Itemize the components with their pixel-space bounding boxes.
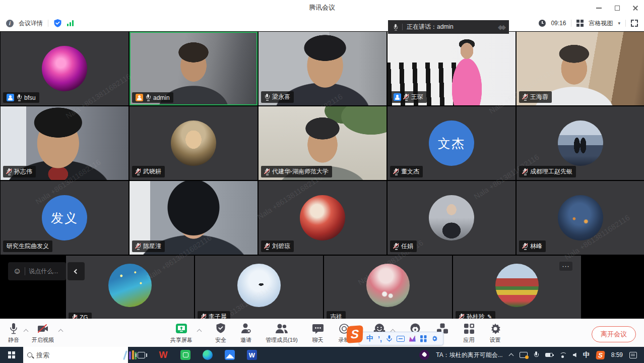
muted-mic-icon: [72, 314, 77, 319]
participant-name: 林峰: [530, 242, 542, 251]
info-icon[interactable]: i: [6, 20, 14, 27]
rename-pencil-icon[interactable]: ✎: [487, 314, 492, 319]
muted-mic-icon: [394, 243, 399, 250]
participant-tile[interactable]: 任娟: [388, 181, 516, 255]
maximize-icon[interactable]: [614, 4, 621, 11]
news-app-icon[interactable]: [419, 350, 429, 360]
share-options-caret[interactable]: [197, 329, 202, 334]
participant-tile[interactable]: 王海蓉: [517, 32, 644, 105]
wps-app-icon[interactable]: W: [157, 349, 169, 361]
chevron-left-icon: [74, 269, 79, 274]
tencent-meeting-window: 腾讯会议 i 会议详情 09:16 宫格视图 ▾: [0, 0, 644, 363]
ime-punctuation-toggle[interactable]: ’,: [378, 335, 382, 343]
sogou-tray-icon[interactable]: S: [596, 351, 605, 359]
video-options-caret[interactable]: [58, 329, 63, 334]
avatar: [366, 264, 410, 307]
participant-tile[interactable]: 文杰 董文杰: [388, 106, 516, 180]
sogou-ime-logo[interactable]: S: [346, 325, 363, 343]
participant-tile[interactable]: 王琛: [388, 32, 516, 105]
participant-label: bfsu: [3, 92, 39, 103]
mute-button[interactable]: 静音: [8, 323, 19, 344]
input-language-indicator[interactable]: 中: [583, 350, 590, 359]
quick-chat-bar: ☺: [8, 262, 85, 280]
taskbar-clock[interactable]: 8:59: [611, 351, 623, 358]
blue-app-icon[interactable]: [224, 349, 236, 361]
screen-share-tray-icon[interactable]: [520, 352, 528, 358]
network-signal-icon[interactable]: [67, 20, 74, 26]
apps-button[interactable]: 应用: [463, 323, 475, 344]
green-app-icon[interactable]: [179, 349, 191, 361]
speaking-text: 正在讲话：admin: [407, 23, 454, 31]
fullscreen-icon[interactable]: [631, 20, 638, 27]
participant-label: 王海蓉: [519, 91, 552, 103]
participant-tile[interactable]: 成都理工赵先银: [517, 106, 644, 180]
taskbar-search[interactable]: [23, 347, 128, 363]
microphone-tray-icon[interactable]: [534, 351, 539, 358]
leave-meeting-button[interactable]: 离开会议: [592, 326, 636, 342]
share-screen-button[interactable]: 共享屏幕: [170, 323, 192, 344]
close-icon[interactable]: [632, 4, 639, 11]
participant-label: 孙桂玲 ✎: [456, 311, 495, 319]
participant-tile[interactable]: admin: [130, 32, 257, 105]
start-video-button[interactable]: 开启视频: [32, 323, 54, 344]
participant-tile[interactable]: 林峰: [517, 181, 644, 255]
participant-label: admin: [132, 92, 173, 103]
chat-button[interactable]: 聊天: [312, 323, 324, 344]
participant-label: 孙志伟: [3, 166, 36, 177]
participant-label: 李子晨: [198, 311, 230, 319]
participant-tile[interactable]: 发义 研究生院曲发义: [1, 181, 128, 255]
mic-on-icon: [265, 94, 270, 101]
tile-more-button[interactable]: ···: [559, 262, 572, 271]
word-app-icon[interactable]: W: [246, 349, 258, 361]
participant-tile[interactable]: bfsu: [1, 32, 128, 105]
manage-members-button[interactable]: 管理成员(19): [266, 323, 298, 344]
participant-tile[interactable]: 代建华-湖南师范大学: [259, 106, 387, 180]
network-icon[interactable]: [559, 352, 566, 358]
ime-voice-icon[interactable]: [387, 335, 392, 342]
participant-tile[interactable]: 梁永喜: [259, 32, 387, 105]
edge-browser-icon[interactable]: [202, 349, 214, 361]
participant-name: 董文杰: [401, 167, 419, 176]
mute-options-caret[interactable]: [24, 329, 29, 334]
meeting-details-button[interactable]: 会议详情: [19, 19, 43, 28]
ime-toolbox-icon[interactable]: [420, 335, 427, 342]
security-shield-icon[interactable]: [53, 19, 62, 28]
view-mode-button[interactable]: 宫格视图: [589, 19, 613, 28]
participant-name: bfsu: [24, 94, 36, 101]
chevron-down-icon[interactable]: ▾: [618, 21, 620, 26]
participant-name: 梁永喜: [272, 93, 290, 101]
collapse-chat-button[interactable]: [68, 262, 85, 280]
ime-settings-icon[interactable]: [431, 335, 438, 342]
search-input[interactable]: [36, 351, 125, 359]
participant-tile[interactable]: ZG: [66, 256, 194, 319]
ime-lang-toggle[interactable]: 中: [366, 334, 373, 343]
speaker-icon[interactable]: [573, 353, 576, 357]
task-view-button[interactable]: [135, 349, 147, 361]
grid-view-icon[interactable]: [576, 20, 584, 27]
battery-icon[interactable]: [545, 353, 553, 357]
minimize-icon[interactable]: [596, 4, 603, 11]
member-badge-icon: [394, 93, 401, 101]
hidden-icons-caret[interactable]: [508, 353, 513, 358]
participant-tile[interactable]: 武晓耕: [130, 106, 257, 180]
news-ticker-text[interactable]: TA：埃杜的离开可能会...: [436, 351, 502, 359]
ime-skin-icon[interactable]: [409, 336, 416, 342]
start-button[interactable]: [0, 347, 23, 363]
emoji-icon[interactable]: ☺: [13, 267, 21, 276]
participant-tile[interactable]: 陈星潼: [130, 181, 257, 255]
participant-tile[interactable]: 孙志伟: [1, 106, 128, 180]
invite-button[interactable]: 邀请: [240, 323, 251, 344]
settings-button[interactable]: 设置: [489, 323, 501, 344]
action-center-icon[interactable]: [629, 352, 637, 358]
chat-input[interactable]: [29, 268, 61, 275]
participant-label: 成都理工赵先银: [519, 166, 576, 177]
video-grid: bfsu admin 梁永喜 王琛: [0, 31, 644, 319]
participant-tile[interactable]: 李子晨: [195, 256, 323, 319]
ime-keyboard-icon[interactable]: [397, 336, 405, 342]
participant-tile[interactable]: 吉祥: [324, 256, 452, 319]
meeting-control-bar: 静音 开启视频 共享屏幕: [0, 319, 644, 347]
apps-grid-icon: [463, 323, 475, 335]
security-button[interactable]: 安全: [215, 323, 226, 344]
participant-label: 代建华-湖南师范大学: [261, 166, 332, 177]
participant-tile[interactable]: 刘碧琼: [259, 181, 387, 255]
